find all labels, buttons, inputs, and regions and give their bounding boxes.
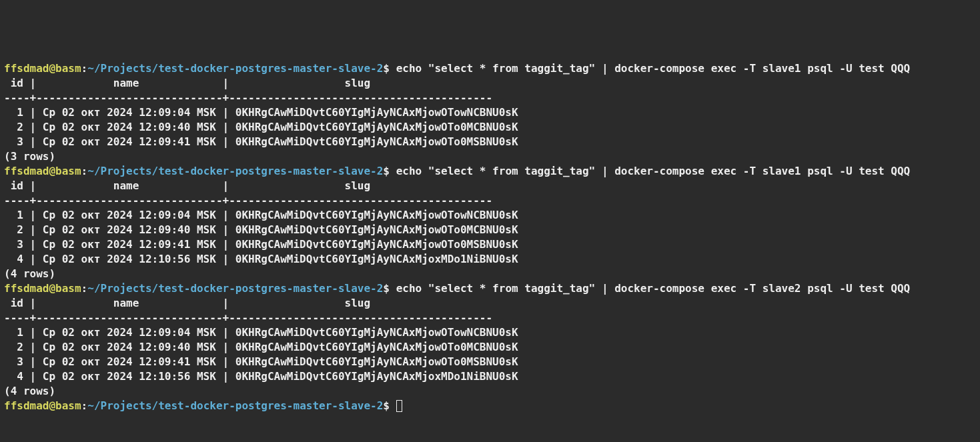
command-line: ffsdmad@basm:~/Projects/test-docker-post… xyxy=(4,61,976,76)
table-row: 2 | Ср 02 окт 2024 12:09:40 MSK | 0KHRgC… xyxy=(4,340,976,355)
table-row: 4 | Ср 02 окт 2024 12:10:56 MSK | 0KHRgC… xyxy=(4,369,976,384)
table-row: 1 | Ср 02 окт 2024 12:09:04 MSK | 0KHRgC… xyxy=(4,325,976,340)
terminal-output[interactable]: ffsdmad@basm:~/Projects/test-docker-post… xyxy=(4,61,976,413)
cursor-icon xyxy=(396,400,402,412)
table-header: id | name | slug xyxy=(4,76,976,91)
command-text: echo "select * from taggit_tag" | docker… xyxy=(396,62,911,75)
prompt-at: @ xyxy=(49,62,55,75)
row-count: (3 rows) xyxy=(4,149,976,164)
prompt-dollar: $ xyxy=(383,62,396,75)
prompt-path: ~/Projects/test-docker-postgres-master-s… xyxy=(87,282,383,295)
prompt-user: ffsdmad xyxy=(4,282,49,295)
prompt-user: ffsdmad xyxy=(4,399,49,412)
command-text: echo "select * from taggit_tag" | docker… xyxy=(396,165,911,177)
table-row: 1 | Ср 02 окт 2024 12:09:04 MSK | 0KHRgC… xyxy=(4,105,976,120)
table-row: 2 | Ср 02 окт 2024 12:09:40 MSK | 0KHRgC… xyxy=(4,223,976,237)
prompt-host: basm xyxy=(55,282,81,295)
row-count: (4 rows) xyxy=(4,267,976,281)
prompt-colon: : xyxy=(81,62,88,75)
table-row: 3 | Ср 02 окт 2024 12:09:41 MSK | 0KHRgC… xyxy=(4,237,976,252)
prompt-at: @ xyxy=(49,399,55,412)
table-header: id | name | slug xyxy=(4,296,976,311)
table-row: 1 | Ср 02 окт 2024 12:09:04 MSK | 0KHRgC… xyxy=(4,208,976,223)
table-row: 3 | Ср 02 окт 2024 12:09:41 MSK | 0KHRgC… xyxy=(4,355,976,369)
row-count: (4 rows) xyxy=(4,384,976,399)
table-divider: ----+-----------------------------+-----… xyxy=(4,311,976,325)
table-row: 2 | Ср 02 окт 2024 12:09:40 MSK | 0KHRgC… xyxy=(4,120,976,135)
prompt-dollar: $ xyxy=(383,282,396,295)
prompt-at: @ xyxy=(49,165,55,177)
command-line: ffsdmad@basm:~/Projects/test-docker-post… xyxy=(4,164,976,179)
prompt-user: ffsdmad xyxy=(4,165,49,177)
command-text: echo "select * from taggit_tag" | docker… xyxy=(396,282,911,295)
prompt-dollar: $ xyxy=(383,165,396,177)
command-line-empty[interactable]: ffsdmad@basm:~/Projects/test-docker-post… xyxy=(4,399,976,413)
prompt-user: ffsdmad xyxy=(4,62,49,75)
prompt-colon: : xyxy=(81,165,88,177)
table-header: id | name | slug xyxy=(4,179,976,193)
prompt-dollar: $ xyxy=(383,399,396,412)
table-divider: ----+-----------------------------+-----… xyxy=(4,193,976,208)
prompt-path: ~/Projects/test-docker-postgres-master-s… xyxy=(87,399,383,412)
command-line: ffsdmad@basm:~/Projects/test-docker-post… xyxy=(4,281,976,296)
prompt-at: @ xyxy=(49,282,55,295)
prompt-host: basm xyxy=(55,399,81,412)
table-row: 4 | Ср 02 окт 2024 12:10:56 MSK | 0KHRgC… xyxy=(4,252,976,267)
prompt-host: basm xyxy=(55,62,81,75)
prompt-path: ~/Projects/test-docker-postgres-master-s… xyxy=(87,165,383,177)
prompt-path: ~/Projects/test-docker-postgres-master-s… xyxy=(87,62,383,75)
table-divider: ----+-----------------------------+-----… xyxy=(4,91,976,105)
prompt-host: basm xyxy=(55,165,81,177)
table-row: 3 | Ср 02 окт 2024 12:09:41 MSK | 0KHRgC… xyxy=(4,135,976,149)
prompt-colon: : xyxy=(81,282,88,295)
prompt-colon: : xyxy=(81,399,88,412)
